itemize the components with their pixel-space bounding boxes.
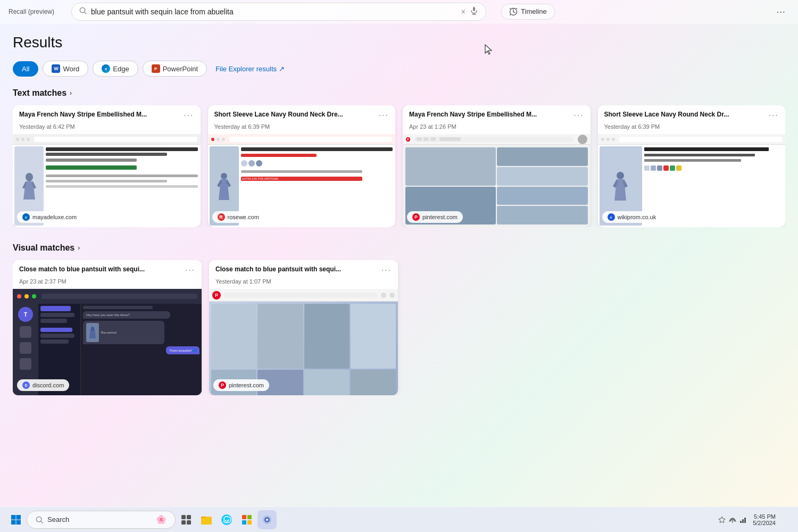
card-time: Yesterday at 6:39 PM [208,123,396,134]
app-title: Recall (preview) [9,8,54,15]
more-options-button[interactable]: ··· [772,3,789,20]
card-more-button[interactable]: ··· [184,111,194,120]
source-domain: pinterest.com [422,214,458,220]
source-domain: mayadeluxe.com [32,214,77,220]
taskbar: Search 🌸 [0,506,798,532]
text-matches-heading[interactable]: Text matches › [13,88,785,98]
card-time: Apr 23 at 1:26 PM [403,123,591,134]
svg-line-1 [85,12,87,14]
visual-match-card-1[interactable]: Close match to blue pantsuit with sequi.… [13,260,202,395]
filter-powerpoint[interactable]: P PowerPoint [143,61,207,77]
search-clear-button[interactable]: × [461,7,466,16]
svg-rect-27 [201,518,212,525]
timeline-button[interactable]: Timeline [501,4,555,20]
start-button[interactable] [6,510,26,529]
svg-rect-32 [247,520,252,525]
system-tray: 5:45 PM 5/2/2024 [718,513,792,526]
filter-row: All W Word e Edge P PowerPoint File Expl… [13,61,785,77]
card-time: Yesterday at 6:42 PM [13,123,201,134]
svg-rect-17 [11,520,16,525]
svg-point-35 [266,519,268,521]
card-time: Yesterday at 6:39 PM [598,123,786,134]
card-thumbnail: P [403,134,591,227]
card-thumbnail: e mayadeluxe.com [13,134,201,227]
all-filter-label: All [22,65,29,73]
edge-filter-label: Edge [113,65,129,73]
card-header: Maya French Navy Stripe Embellished M...… [403,105,591,123]
timeline-label: Timeline [521,7,547,15]
title-bar: Recall (preview) × [0,0,798,23]
card-title: Short Sleeve Lace Navy Round Neck Dr... [604,111,766,118]
svg-rect-39 [742,519,744,523]
card-header: Short Sleeve Lace Navy Round Neck Dre...… [208,105,396,123]
rosewe-source-icon: R [218,213,225,221]
svg-line-7 [513,12,515,13]
recall-taskbar-button[interactable] [257,510,277,529]
card-header: Close match to blue pantsuit with sequi.… [209,260,398,278]
filter-word[interactable]: W Word [43,61,88,77]
search-input[interactable] [91,7,461,16]
word-icon: W [52,64,60,73]
pinterest-source-icon: P [412,213,420,221]
svg-point-28 [221,514,232,525]
visual-matches-label: Visual matches [13,243,74,253]
text-match-card-3[interactable]: Maya French Navy Stripe Embellished M...… [403,105,591,227]
svg-rect-18 [16,520,21,525]
svg-rect-23 [181,520,186,525]
card-thumbnail: EXTRA 10% FOR APP/ITEMS R rosewe.com [208,134,396,227]
svg-point-12 [221,173,227,179]
svg-rect-2 [473,7,475,11]
card-more-button[interactable]: ··· [769,111,779,120]
taskbar-search[interactable]: Search 🌸 [27,511,176,529]
svg-rect-22 [187,515,191,519]
clock[interactable]: 5:45 PM 5/2/2024 [750,513,779,526]
text-matches-cards: Maya French Navy Stripe Embellished M...… [13,105,785,227]
svg-point-14 [91,327,94,331]
powerpoint-filter-label: PowerPoint [163,65,198,73]
card-source: D discord.com [17,379,69,391]
source-domain: rosewe.com [228,214,259,220]
card-title: Short Sleeve Lace Navy Round Neck Dre... [214,111,376,118]
search-bar[interactable]: × [71,3,486,21]
store-taskbar-button[interactable] [237,510,256,529]
card-more-button[interactable]: ··· [379,111,389,120]
text-matches-chevron: › [70,89,72,97]
filter-edge[interactable]: e Edge [93,61,138,77]
card-more-button[interactable]: ··· [381,265,392,275]
card-header: Maya French Navy Stripe Embellished M...… [13,105,201,123]
card-header: Close match to blue pantsuit with sequi.… [13,260,202,278]
text-match-card-2[interactable]: Short Sleeve Lace Navy Round Neck Dre...… [208,105,396,227]
visual-matches-heading[interactable]: Visual matches › [13,243,785,253]
text-matches-label: Text matches [13,88,66,98]
svg-line-20 [41,521,43,523]
visual-match-card-2[interactable]: Close match to blue pantsuit with sequi.… [209,260,398,395]
svg-rect-31 [242,520,246,525]
svg-point-10 [510,14,511,15]
text-match-card-4[interactable]: Short Sleeve Lace Navy Round Neck Dr... … [598,105,786,227]
card-thumbnail: e wikiprom.co.uk [598,134,786,227]
edge-taskbar-button[interactable] [217,510,236,529]
source-domain: pinterest.com [229,382,264,388]
page-title: Results [13,34,785,51]
file-explorer-link[interactable]: File Explorer results ↗ [215,65,285,73]
card-source: P pinterest.com [407,211,463,223]
edge-icon: e [102,64,110,73]
text-match-card-1[interactable]: Maya French Navy Stripe Embellished M...… [13,105,201,227]
card-source: e mayadeluxe.com [17,211,82,223]
card-time: Yesterday at 1:07 PM [209,278,398,289]
card-more-button[interactable]: ··· [185,265,195,275]
microphone-icon[interactable] [470,6,478,17]
svg-rect-38 [740,521,742,523]
show-desktop-button[interactable] [781,514,792,525]
file-explorer-taskbar-button[interactable] [197,510,216,529]
word-filter-label: Word [63,65,79,73]
task-view-button[interactable] [177,510,196,529]
card-source: R rosewe.com [212,211,264,223]
card-thumbnail: T [13,289,202,395]
filter-all[interactable]: All [13,61,38,77]
system-tray-icons[interactable] [718,516,747,524]
card-more-button[interactable]: ··· [573,111,584,120]
external-link-icon: ↗ [279,65,285,73]
svg-rect-40 [744,518,746,523]
visual-matches-chevron: › [78,244,80,252]
